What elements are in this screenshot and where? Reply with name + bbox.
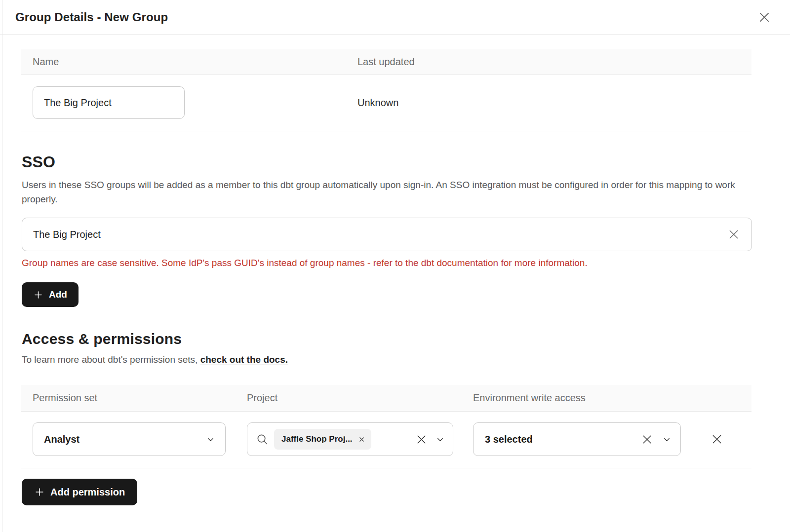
permissions-table-header: Permission set Project Environment write… [21,385,751,412]
project-tag-remove-button[interactable] [358,436,365,443]
sso-group-clear-button[interactable] [725,226,742,243]
add-permission-button[interactable]: Add permission [22,479,137,505]
permission-set-select[interactable]: Analyst [33,422,226,456]
permissions-description-text: To learn more about dbt's permission set… [22,354,200,365]
permissions-table: Permission set Project Environment write… [21,385,751,468]
group-table-header: Name Last updated [21,49,751,75]
sso-heading: SSO [22,153,752,171]
access-permissions-heading: Access & permissions [22,331,752,347]
close-button[interactable] [755,8,773,26]
last-updated-value: Unknown [357,97,751,109]
modal-body: Name Last updated Unknown SSO Users in t… [0,49,790,525]
chevron-down-icon [662,435,672,444]
close-icon [757,10,771,24]
sso-group-input[interactable] [22,218,752,251]
environment-clear-button[interactable] [640,432,654,447]
project-clear-button[interactable] [414,432,429,447]
tag-x-icon [358,436,365,443]
clear-icon [415,433,428,446]
add-sso-group-button[interactable]: Add [22,282,79,307]
permission-set-value: Analyst [44,434,79,445]
project-multiselect[interactable]: Jaffle Shop Proj... [247,422,453,456]
column-header-environment-write-access: Environment write access [473,392,682,404]
permissions-description: To learn more about dbt's permission set… [22,354,752,365]
permission-row: Analyst Jaffle Shop Proj... [21,412,751,468]
clear-icon [727,228,740,241]
plus-icon [34,487,45,497]
column-header-name: Name [33,56,357,68]
group-name-input[interactable] [33,86,185,119]
plus-icon [33,290,43,300]
docs-link[interactable]: check out the docs. [200,354,288,365]
remove-icon [711,433,723,446]
page-title: Group Details - New Group [15,10,168,24]
column-header-project: Project [247,392,473,404]
environment-write-access-select[interactable]: 3 selected [473,422,681,456]
column-header-last-updated: Last updated [357,56,751,68]
panel-left-edge [2,0,2,532]
clear-icon [641,433,653,446]
chevron-down-icon [206,435,215,444]
sso-case-sensitive-warning: Group names are case sensitive. Some IdP… [22,258,752,268]
sso-description: Users in these SSO groups will be added … [22,178,750,206]
column-header-permission-set: Permission set [33,392,247,404]
project-tag: Jaffle Shop Proj... [274,429,371,450]
modal-header: Group Details - New Group [0,0,790,35]
add-permission-label: Add permission [50,487,125,498]
remove-permission-row-button[interactable] [707,429,727,450]
group-info-table: Name Last updated Unknown [21,49,751,131]
project-tag-label: Jaffle Shop Proj... [281,434,353,444]
search-icon [256,433,269,446]
sso-group-input-wrap [22,218,752,251]
add-sso-group-label: Add [49,289,67,300]
chevron-down-icon [435,435,445,444]
environment-write-access-value: 3 selected [485,434,640,445]
table-row: Unknown [21,75,751,131]
